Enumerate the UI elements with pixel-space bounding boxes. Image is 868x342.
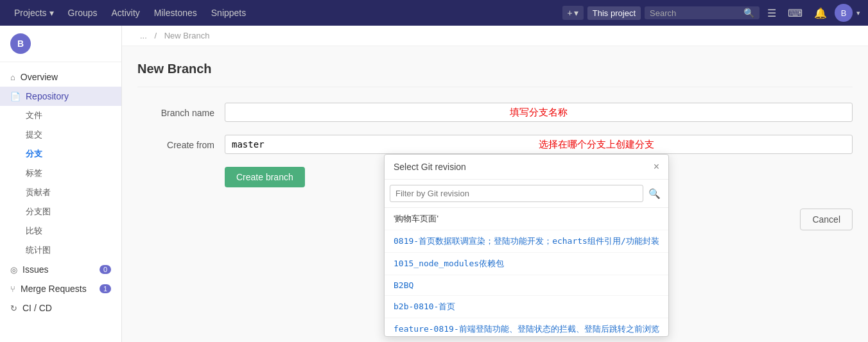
dropdown-list-item[interactable]: B2BQ xyxy=(385,275,668,296)
merge-icon: ⑂ xyxy=(10,284,15,294)
sidebar-toggle-button[interactable]: ☰ xyxy=(763,4,780,22)
merge-badge: 1 xyxy=(100,284,111,293)
sidebar-item-commits[interactable]: 提交 xyxy=(21,125,121,144)
dropdown-search-button[interactable]: 🔍 xyxy=(646,185,663,202)
nav-activity[interactable]: Activity xyxy=(105,0,146,26)
dropdown-list-item[interactable]: 1015_node_modules依赖包 xyxy=(385,253,668,275)
dropdown-list-item[interactable]: b2b-0810-首页 xyxy=(385,296,668,318)
create-from-input[interactable] xyxy=(225,135,853,154)
sidebar-item-tags[interactable]: 标签 xyxy=(21,164,121,183)
branch-name-label: Branch name xyxy=(137,103,214,118)
search-input[interactable] xyxy=(650,8,740,18)
git-revision-dropdown: Select Git revision × 🔍 '购物车页面'0819-首页数据… xyxy=(384,154,669,337)
sidebar-item-compare[interactable]: 比较 xyxy=(21,221,121,241)
sidebar-item-branches[interactable]: 分支 xyxy=(21,144,121,164)
nav-activity-label: Activity xyxy=(112,8,140,18)
nav-projects[interactable]: Projects ▾ xyxy=(8,0,60,26)
dropdown-header: Select Git revision × xyxy=(385,155,668,180)
sidebar-item-issues[interactable]: ◎ Issues 0 xyxy=(0,260,121,279)
nav-milestones-label: Milestones xyxy=(154,8,197,18)
dropdown-list-item[interactable]: feature-0819-前端登陆功能、登陆状态的拦截、登陆后跳转之前浏览的页面… xyxy=(385,318,668,336)
dropdown-list-item[interactable]: 0819-首页数据联调宣染；登陆功能开发；echarts组件引用/功能封装 xyxy=(385,230,668,253)
create-from-field: 选择在哪个分支上创建分支 xyxy=(225,135,853,154)
cancel-button[interactable]: Cancel xyxy=(800,209,853,230)
plus-icon: + xyxy=(568,8,573,18)
sidebar-item-files[interactable]: 文件 xyxy=(21,106,121,125)
sidebar-nav: ⌂ Overview 📄 Repository 文件 提交 分支 标签 贡献者 … xyxy=(0,62,121,323)
sidebar-item-merge-label: Merge Requests xyxy=(21,284,87,294)
sidebar-avatar: B xyxy=(0,26,121,62)
breadcrumb-current: New Branch xyxy=(164,31,210,40)
navbar-left: Projects ▾ Groups Activity Milestones Sn… xyxy=(8,0,560,26)
sidebar-item-label: Repository xyxy=(26,91,69,101)
chevron-down-icon: ▾ xyxy=(574,8,578,18)
sidebar-item-ci-cd[interactable]: ↻ CI / CD xyxy=(0,298,121,318)
dropdown-list: '购物车页面'0819-首页数据联调宣染；登陆功能开发；echarts组件引用/… xyxy=(385,208,668,336)
branch-name-input[interactable] xyxy=(225,103,853,122)
sidebar: B ⌂ Overview 📄 Repository 文件 提交 分支 标签 贡献… xyxy=(0,26,122,342)
content-area: ... / New Branch New Branch Branch name … xyxy=(122,26,868,342)
this-project-button[interactable]: This project xyxy=(587,6,641,20)
sidebar-item-merge-requests[interactable]: ⑂ Merge Requests 1 xyxy=(0,279,121,298)
notifications-button[interactable]: 🔔 xyxy=(810,4,831,22)
nav-snippets-label: Snippets xyxy=(211,8,246,18)
branch-name-field: 填写分支名称 xyxy=(225,103,853,122)
keyboard-shortcuts-button[interactable]: ⌨ xyxy=(784,4,806,22)
sidebar-sub-repo: 文件 提交 分支 标签 贡献者 分支图 比较 统计图 xyxy=(0,106,121,260)
main-layout: B ⌂ Overview 📄 Repository 文件 提交 分支 标签 贡献… xyxy=(0,26,868,342)
branch-name-row: Branch name 填写分支名称 xyxy=(137,103,853,122)
sidebar-item-repository[interactable]: 📄 Repository xyxy=(0,87,121,106)
ci-icon: ↻ xyxy=(10,304,17,313)
new-item-button[interactable]: + ▾ xyxy=(562,6,584,20)
dropdown-list-item[interactable]: '购物车页面' xyxy=(385,208,668,230)
page-title: New Branch xyxy=(137,62,853,87)
search-icon: 🔍 xyxy=(743,8,754,18)
repository-icon: 📄 xyxy=(10,92,21,101)
sidebar-item-graph[interactable]: 分支图 xyxy=(21,202,121,221)
sidebar-item-contributors[interactable]: 贡献者 xyxy=(21,183,121,202)
issues-icon: ◎ xyxy=(10,265,17,275)
navbar-right: + ▾ This project 🔍 ☰ ⌨ 🔔 B ▾ xyxy=(562,4,860,22)
search-container: 🔍 xyxy=(645,6,759,19)
nav-snippets[interactable]: Snippets xyxy=(205,0,252,26)
sidebar-item-charts[interactable]: 统计图 xyxy=(21,241,121,260)
breadcrumb-parent: ... xyxy=(140,31,147,40)
nav-groups-label: Groups xyxy=(68,8,98,18)
create-from-label: Create from xyxy=(137,135,214,150)
dropdown-close-button[interactable]: × xyxy=(654,161,659,173)
create-branch-button[interactable]: Create branch xyxy=(225,167,305,187)
nav-milestones[interactable]: Milestones xyxy=(148,0,204,26)
dropdown-search-input[interactable] xyxy=(390,185,643,202)
avatar: B xyxy=(10,33,31,54)
nav-groups[interactable]: Groups xyxy=(62,0,104,26)
home-icon: ⌂ xyxy=(10,73,15,82)
nav-projects-label: Projects xyxy=(14,8,47,18)
breadcrumb-separator: / xyxy=(154,31,157,40)
user-menu-button[interactable]: B xyxy=(835,4,853,22)
top-navbar: Projects ▾ Groups Activity Milestones Sn… xyxy=(0,0,868,26)
breadcrumb: ... / New Branch xyxy=(122,26,868,46)
dropdown-title: Select Git revision xyxy=(394,162,466,172)
dropdown-search-area: 🔍 xyxy=(385,180,668,208)
create-from-row: Create from 选择在哪个分支上创建分支 xyxy=(137,135,853,154)
chevron-down-icon: ▾ xyxy=(856,9,860,17)
sidebar-item-label: Overview xyxy=(21,72,58,82)
sidebar-item-ci-label: CI / CD xyxy=(22,303,52,313)
sidebar-item-issues-label: Issues xyxy=(22,264,48,275)
issues-badge: 0 xyxy=(100,265,111,274)
chevron-down-icon: ▾ xyxy=(49,8,54,18)
sidebar-item-overview[interactable]: ⌂ Overview xyxy=(0,67,121,87)
